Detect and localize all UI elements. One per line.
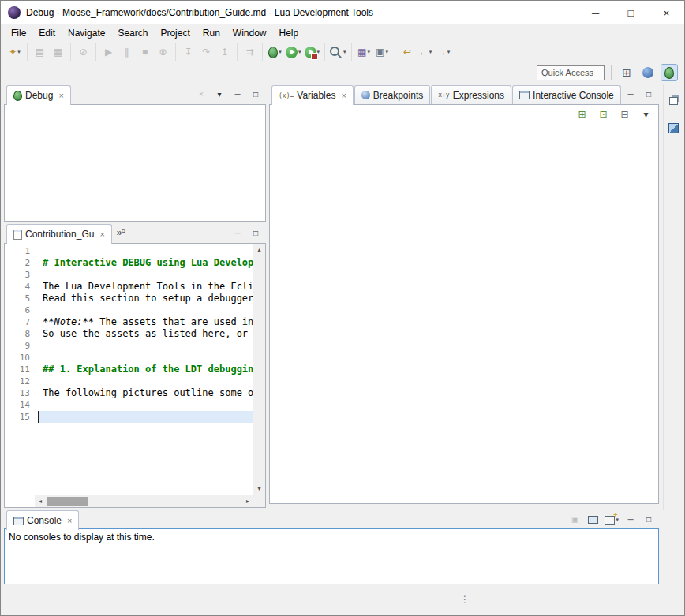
run-button[interactable]: ▾ — [284, 43, 303, 61]
skip-all-breakpoints-button[interactable]: ⊘ — [74, 43, 92, 61]
dropdown-arrow-icon[interactable]: ▾ — [447, 49, 451, 55]
menu-search[interactable]: Search — [111, 25, 154, 41]
code-line[interactable]: 3 — [5, 269, 253, 281]
menu-help[interactable]: Help — [273, 25, 305, 41]
code-line[interactable]: 4The Lua Development Tools in the Ecli — [5, 281, 253, 293]
step-return-button[interactable]: ↥ — [215, 43, 234, 61]
code-line[interactable]: 5Read this section to setup a debugger — [5, 293, 253, 304]
show-type-names-button[interactable]: ⊡ — [594, 106, 612, 123]
external-tools-button[interactable]: ▾ — [303, 43, 322, 61]
step-over-icon: ↷ — [202, 47, 210, 57]
display-selected-console-button[interactable] — [585, 513, 601, 527]
save-button[interactable]: ▤ — [31, 43, 49, 61]
minimize-button[interactable]: ─ — [230, 88, 245, 102]
scroll-right-icon[interactable]: ▸ — [244, 498, 252, 506]
code-line[interactable]: 12 — [5, 375, 253, 387]
maximize-button[interactable]: □ — [641, 513, 657, 527]
maximize-button[interactable]: □ — [248, 88, 264, 102]
menu-window[interactable]: Window — [226, 25, 273, 41]
dropdown-arrow-icon[interactable]: ▾ — [17, 49, 21, 55]
code-line[interactable]: 8So use the assets as listed here, or — [5, 328, 253, 340]
dropdown-arrow-icon[interactable]: ▾ — [429, 49, 432, 55]
menu-file[interactable]: File — [5, 25, 32, 41]
menu-project[interactable]: Project — [154, 25, 196, 41]
tab-debug[interactable]: Debug × — [6, 85, 71, 105]
editor-lines[interactable]: 12# Interactive DEBUG using Lua Develop3… — [5, 244, 253, 495]
tab-breakpoints[interactable]: Breakpoints — [354, 85, 430, 104]
window-close-button[interactable]: × — [649, 1, 684, 24]
pin-console-button[interactable]: ▣ — [567, 513, 582, 527]
back-button[interactable]: ←▾ — [417, 43, 435, 61]
new-button[interactable]: ✦▾ — [6, 43, 24, 61]
close-icon[interactable]: × — [67, 516, 72, 525]
scrollbar-thumb[interactable] — [47, 497, 88, 506]
use-step-filters-button[interactable]: ⇉ — [241, 43, 259, 61]
menu-navigate[interactable]: Navigate — [62, 25, 111, 41]
tab-variables[interactable]: (x)=Variables× — [271, 85, 354, 105]
dropdown-arrow-icon[interactable]: ▾ — [279, 49, 282, 55]
debug-perspective-button[interactable] — [661, 64, 678, 81]
step-over-button[interactable]: ↷ — [197, 43, 215, 61]
pin-editor-button[interactable]: ▣▾ — [373, 43, 391, 61]
scroll-up-icon[interactable]: ▴ — [253, 246, 265, 254]
show-logical-structure-button[interactable]: ⊞ — [573, 106, 591, 123]
scroll-down-icon[interactable]: ▾ — [253, 485, 265, 493]
dropdown-arrow-icon[interactable]: ▾ — [298, 49, 301, 55]
code-line[interactable]: 6 — [5, 304, 253, 316]
restore-minimized-view-button[interactable] — [664, 92, 683, 110]
editor-vertical-scrollbar[interactable]: ▴ ▾ — [253, 244, 265, 495]
resize-grip[interactable]: ⋮ — [460, 594, 470, 605]
debug-button[interactable]: ▾ — [266, 43, 284, 61]
terminate-button[interactable]: ■ — [136, 43, 154, 61]
code-line[interactable]: 13The following pictures outline some o — [5, 387, 253, 399]
menu-run[interactable]: Run — [197, 25, 226, 41]
code-line[interactable]: 15 — [5, 411, 253, 423]
open-element-button[interactable]: ▦▾ — [355, 43, 373, 61]
resume-button[interactable]: ▶ — [99, 43, 118, 61]
close-icon[interactable]: × — [99, 230, 104, 239]
maximize-button[interactable]: □ — [641, 88, 657, 102]
close-icon[interactable]: × — [341, 91, 346, 100]
remove-all-terminated-button[interactable]: × — [193, 88, 209, 102]
minimize-button[interactable]: ─ — [230, 226, 245, 241]
disconnect-button[interactable]: ⊗ — [154, 43, 172, 61]
code-line[interactable]: 1 — [5, 245, 253, 257]
save-all-button[interactable]: ▦ — [49, 43, 67, 61]
maximize-button[interactable]: □ — [248, 226, 264, 241]
code-line[interactable]: 14 — [5, 399, 253, 411]
window-maximize-button[interactable]: □ — [613, 1, 649, 24]
open-perspective-button[interactable]: ⊞ — [618, 64, 635, 81]
open-console-button[interactable]: ▾ — [603, 513, 620, 527]
window-minimize-button[interactable]: ─ — [578, 1, 613, 24]
minimize-button[interactable]: ─ — [623, 88, 638, 102]
suspend-button[interactable]: ∥ — [118, 43, 136, 61]
editor-horizontal-scrollbar[interactable]: ◂ ▸ — [35, 495, 253, 507]
view-menu-button[interactable]: ▾ — [211, 88, 227, 102]
search-button[interactable]: ▾ — [328, 43, 348, 61]
minimized-view-stack-button[interactable] — [664, 119, 683, 136]
step-into-button[interactable]: ↧ — [179, 43, 197, 61]
menu-edit[interactable]: Edit — [32, 25, 62, 41]
code-line[interactable]: 10 — [5, 352, 253, 364]
lua-perspective-button[interactable] — [639, 64, 657, 81]
scroll-left-icon[interactable]: ◂ — [36, 498, 44, 506]
editor-tab-overflow-button[interactable]: »5 — [113, 227, 129, 243]
tab-contribution-guide[interactable]: Contribution_Gu × — [6, 224, 112, 244]
code-line[interactable]: 9 — [5, 340, 253, 352]
tab-console[interactable]: Console × — [6, 510, 79, 530]
tab-expressions[interactable]: x+yExpressions — [431, 85, 511, 104]
dropdown-arrow-icon[interactable]: ▾ — [343, 49, 346, 55]
collapse-all-button[interactable]: ⊟ — [616, 106, 634, 123]
code-line[interactable]: 7**Note:** The assets that are used in — [5, 316, 253, 328]
forward-button[interactable]: →▾ — [435, 43, 453, 61]
quick-access-input[interactable] — [537, 65, 605, 80]
last-edit-location-button[interactable]: ↩ — [399, 43, 417, 61]
code-line[interactable]: 2# Interactive DEBUG using Lua Develop — [5, 257, 253, 269]
code-line[interactable]: 11## 1. Explanation of the LDT debuggin — [5, 364, 253, 375]
close-icon[interactable]: × — [58, 91, 63, 100]
dropdown-arrow-icon[interactable]: ▾ — [367, 49, 370, 55]
view-menu-button[interactable]: ▾ — [637, 106, 655, 123]
minimize-button[interactable]: ─ — [623, 513, 638, 527]
tab-interactive-console[interactable]: Interactive Console — [512, 85, 621, 104]
dropdown-arrow-icon[interactable]: ▾ — [385, 49, 388, 55]
